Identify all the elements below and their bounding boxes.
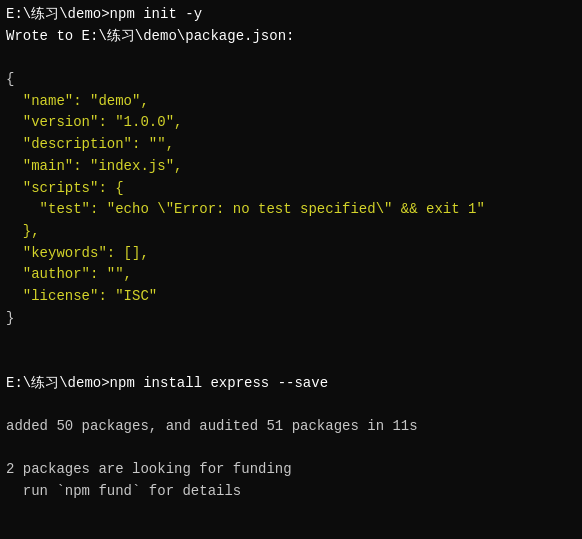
json-description: "description": "",	[6, 134, 576, 156]
command-line-1: E:\练习\demo>npm init -y	[6, 4, 576, 26]
added-packages-line: added 50 packages, and audited 51 packag…	[6, 416, 576, 438]
json-main: "main": "index.js",	[6, 156, 576, 178]
wrote-line: Wrote to E:\练习\demo\package.json:	[6, 26, 576, 48]
command-line-2: E:\练习\demo>npm install express --save	[6, 373, 576, 395]
open-brace: {	[6, 69, 576, 91]
json-name: "name": "demo",	[6, 91, 576, 113]
funding-line-1: 2 packages are looking for funding	[6, 459, 576, 481]
json-keywords: "keywords": [],	[6, 243, 576, 265]
close-brace: }	[6, 308, 576, 330]
blank-line-2	[6, 329, 576, 351]
blank-line-6	[6, 503, 576, 525]
terminal-window: E:\练习\demo>npm init -y Wrote to E:\练习\de…	[0, 0, 582, 539]
blank-line-5	[6, 438, 576, 460]
json-scripts-close: },	[6, 221, 576, 243]
blank-line-4	[6, 394, 576, 416]
json-test: "test": "echo \"Error: no test specified…	[6, 199, 576, 221]
json-version: "version": "1.0.0",	[6, 112, 576, 134]
json-scripts: "scripts": {	[6, 178, 576, 200]
json-author: "author": "",	[6, 264, 576, 286]
blank-line-1	[6, 47, 576, 69]
funding-line-2: run `npm fund` for details	[6, 481, 576, 503]
json-license: "license": "ISC"	[6, 286, 576, 308]
found-vulnerabilities-line: found 0 vulnerabilities	[6, 525, 576, 540]
blank-line-3	[6, 351, 576, 373]
